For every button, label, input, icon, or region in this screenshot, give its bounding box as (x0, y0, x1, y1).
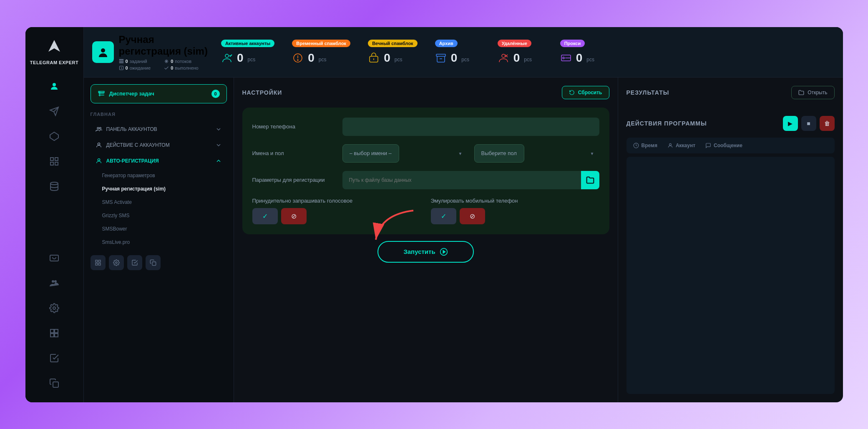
svg-point-52 (669, 143, 672, 146)
sidebar-item-accounts[interactable] (43, 75, 65, 97)
status-card-proxy[interactable]: Прокси 0 pcs (554, 35, 612, 70)
svg-rect-43 (96, 260, 98, 262)
svg-rect-21 (119, 60, 123, 61)
svg-rect-16 (50, 334, 54, 337)
gender-select-wrapper: Выберите пол (474, 144, 599, 163)
names-select[interactable]: – выбор имени – (342, 144, 399, 163)
header-panel: Ручнаярегистрация (sim) 0 заданий 0 пото… (84, 27, 843, 78)
emulate-on[interactable]: ✓ (431, 208, 456, 224)
svg-rect-45 (96, 263, 98, 265)
params-row: Параметры для регистрации (252, 171, 599, 189)
profile-avatar (92, 41, 114, 63)
file-path-input[interactable] (342, 171, 581, 189)
status-card-spam-perm-label: Вечный спамблок (368, 40, 418, 47)
nav-section-main: ГЛАВНАЯ (91, 112, 227, 117)
nav-sub-manual-reg[interactable]: Ручная регистрация (sim) (91, 183, 227, 195)
svg-point-47 (116, 262, 117, 263)
results-section: РЕЗУЛЬТАТЫ Открыть ДЕЙСТВИЯ ПРОГРАММЫ ▶ … (618, 78, 843, 402)
delete-button[interactable]: 🗑 (820, 116, 835, 131)
results-title: РЕЗУЛЬТАТЫ (626, 89, 669, 96)
open-button[interactable]: Открыть (791, 86, 834, 99)
main-content: Ручнаярегистрация (sim) 0 заданий 0 пото… (84, 27, 843, 402)
status-card-spam-temp-label: Временный спамблок (292, 40, 350, 47)
svg-rect-20 (119, 59, 123, 60)
nav-item-account-action[interactable]: ДЕЙСТВИЕ С АККАУНТОМ (91, 138, 227, 153)
task-manager-button[interactable]: Диспетчер задач 0 (91, 84, 227, 103)
sidebar-item-send[interactable] (43, 100, 65, 122)
emulate-off[interactable]: ⊘ (460, 208, 485, 224)
force-voice-off[interactable]: ⊘ (281, 208, 307, 224)
content-area: Диспетчер задач 0 ГЛАВНАЯ ПАНЕЛЬ АККАУНТ… (84, 78, 843, 402)
status-card-deleted[interactable]: Удалённые 0 pcs (491, 35, 549, 70)
sidebar-item-users[interactable] (43, 272, 65, 294)
sidebar-item-copy[interactable] (43, 372, 65, 394)
results-header: РЕЗУЛЬТАТЫ Открыть (626, 86, 835, 99)
params-label: Параметры для регистрации (252, 177, 336, 183)
svg-rect-10 (50, 255, 58, 261)
svg-point-11 (52, 280, 54, 283)
emulate-mobile-toggles: ✓ ⊘ (431, 208, 599, 224)
sidebar-item-accounts-list[interactable] (43, 247, 65, 269)
stop-button[interactable]: ■ (801, 116, 816, 131)
sidebar-item-settings-cog[interactable] (43, 297, 65, 319)
svg-rect-22 (119, 62, 123, 63)
nav-item-auto-reg[interactable]: АВТО-РЕГИСТРАЦИЯ (91, 153, 227, 168)
status-card-deleted-label: Удалённые (498, 40, 531, 47)
nav-sub-smslive[interactable]: SmsLive.pro (91, 236, 227, 248)
svg-point-27 (297, 60, 298, 60)
svg-point-19 (101, 48, 105, 53)
status-cards: Активные аккаунты 0 pcs Временный спамбл… (214, 35, 835, 70)
status-card-active-label: Активные аккаунты (221, 40, 274, 47)
sidebar-item-database[interactable] (43, 176, 65, 197)
col-message: Сообщение (705, 143, 742, 148)
stat-waiting: 0 ожидание (119, 65, 163, 70)
sidebar-item-grid2[interactable] (43, 322, 65, 344)
phone-input[interactable] (342, 118, 599, 136)
svg-point-9 (50, 182, 58, 185)
play-button[interactable]: ▶ (783, 116, 798, 131)
gender-select[interactable]: Выберите пол (474, 144, 524, 163)
status-card-active[interactable]: Активные аккаунты 0 pcs (214, 35, 281, 70)
status-card-deleted-body: 0 pcs (498, 51, 532, 65)
svg-point-12 (54, 280, 57, 283)
svg-point-40 (99, 127, 101, 129)
action-controls: ▶ ■ 🗑 (783, 116, 835, 131)
task-badge: 0 (211, 90, 220, 98)
svg-marker-0 (48, 40, 60, 52)
status-card-spam-temp[interactable]: Временный спамблок 0 pcs (285, 35, 357, 70)
bottom-icon-3[interactable] (127, 255, 142, 270)
app-title: TELEGRAM EXPERT (30, 60, 78, 65)
names-row: Имена и пол – выбор имени – Выберите пол (252, 144, 599, 163)
file-browse-button[interactable] (581, 171, 599, 189)
nav-sub-generator[interactable]: Генератор параметров (91, 169, 227, 182)
nav-sub-grizzly[interactable]: Grizzly SMS (91, 209, 227, 222)
names-select-wrapper: – выбор имени – (342, 144, 468, 163)
nav-sub-sms-activate[interactable]: SMS Activate (91, 196, 227, 208)
svg-rect-7 (50, 162, 53, 165)
sidebar: TELEGRAM EXPERT (25, 27, 84, 402)
file-input-row (342, 171, 599, 189)
settings-header: НАСТРОЙКИ Сбросить (242, 86, 609, 99)
bottom-icon-4[interactable] (146, 255, 161, 270)
launch-button[interactable]: Запустить (377, 241, 473, 263)
nav-auto-reg-label: АВТО-РЕГИСТРАЦИЯ (106, 158, 159, 164)
sidebar-item-grid[interactable] (43, 151, 65, 172)
status-card-archive-label: Архив (435, 40, 458, 47)
phone-label: Номер телефона (252, 123, 336, 130)
reset-button[interactable]: Сбросить (562, 86, 609, 99)
bottom-icon-1[interactable] (91, 255, 106, 270)
status-card-spam-perm[interactable]: Вечный спамблок 0 pcs (361, 35, 424, 70)
nav-sub-smsbower[interactable]: SMSBower (91, 223, 227, 235)
svg-point-13 (53, 307, 55, 309)
profile-name: Ручнаярегистрация (sim) (119, 34, 208, 57)
status-card-proxy-body: 0 pcs (560, 51, 594, 65)
toggles-row: Принудительно запрашивать голосовое ✓ ⊘ … (252, 198, 599, 224)
sidebar-item-diamond[interactable] (43, 125, 65, 147)
force-voice-on[interactable]: ✓ (252, 208, 278, 224)
force-voice-col: Принудительно запрашивать голосовое ✓ ⊘ (252, 198, 421, 224)
status-card-archive[interactable]: Архив 0 pcs (428, 35, 487, 70)
nav-item-accounts-panel[interactable]: ПАНЕЛЬ АККАУНТОВ (91, 122, 227, 137)
bottom-icon-2[interactable] (109, 255, 124, 270)
sidebar-item-tasks[interactable] (43, 347, 65, 369)
actions-title: ДЕЙСТВИЯ ПРОГРАММЫ (626, 120, 707, 127)
